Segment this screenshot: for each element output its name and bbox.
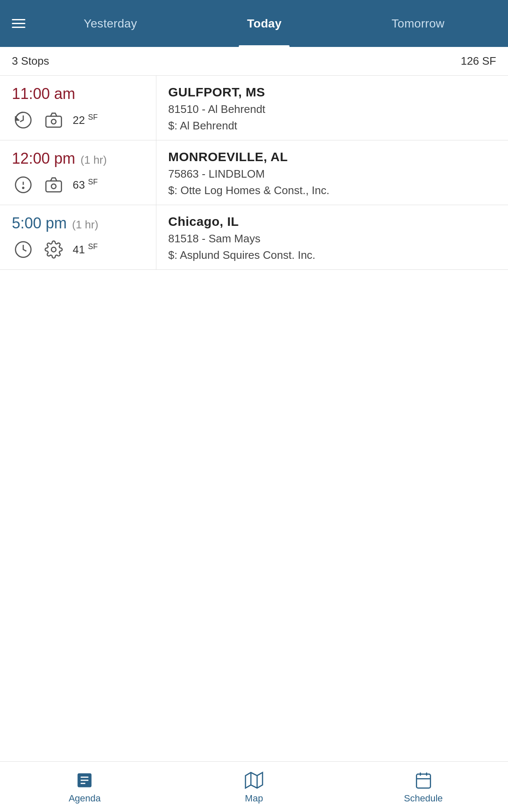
stop-order-3: 81518 - Sam Mays: [168, 232, 498, 245]
svg-point-9: [52, 247, 56, 252]
stop-sf-3: 41 SF: [73, 243, 98, 257]
stop-city-1: GULFPORT, MS: [168, 85, 498, 99]
stops-list: 11:00 am: [0, 76, 508, 516]
bottom-nav-schedule[interactable]: Schedule: [339, 770, 508, 804]
camera-icon-1: [42, 109, 65, 132]
stop-left-2: 12:00 pm (1 hr): [0, 140, 156, 205]
stop-time-2: 12:00 pm (1 hr): [12, 150, 147, 167]
svg-rect-17: [416, 774, 430, 788]
header: Yesterday Today Tomorrow: [0, 0, 508, 47]
clock-history-icon: [12, 109, 35, 132]
bottom-nav-map[interactable]: Map: [169, 770, 339, 804]
nav-tab-yesterday[interactable]: Yesterday: [71, 0, 150, 47]
stops-count: 3 Stops: [12, 55, 49, 68]
stop-card-1[interactable]: 11:00 am: [0, 76, 508, 140]
stop-billing-3: $: Asplund Squires Const. Inc.: [168, 249, 498, 262]
agenda-icon: [74, 770, 95, 790]
stop-card-3[interactable]: 5:00 pm (1 hr) 41 SF: [0, 205, 508, 270]
stop-sf-1: 22 SF: [73, 113, 98, 127]
summary-bar: 3 Stops 126 SF: [0, 47, 508, 76]
stop-right-1: GULFPORT, MS 81510 - Al Behrendt $: Al B…: [156, 76, 508, 140]
stop-time-3: 5:00 pm (1 hr): [12, 214, 147, 232]
svg-marker-14: [246, 772, 262, 788]
stop-icons-3: 41 SF: [12, 238, 147, 261]
day-nav: Yesterday Today Tomorrow: [29, 0, 500, 47]
bottom-nav: Agenda Map Schedule: [0, 761, 508, 812]
svg-point-5: [23, 187, 24, 189]
total-sf: 126 SF: [461, 55, 496, 68]
map-icon: [244, 770, 264, 790]
stop-icons-2: 63 SF: [12, 173, 147, 196]
stop-left-3: 5:00 pm (1 hr) 41 SF: [0, 205, 156, 269]
nav-tab-tomorrow[interactable]: Tomorrow: [379, 0, 457, 47]
settings-icon: [42, 238, 65, 261]
stop-sf-2: 63 SF: [73, 178, 98, 192]
svg-rect-1: [46, 116, 62, 127]
bottom-nav-agenda[interactable]: Agenda: [0, 770, 169, 804]
stop-order-1: 81510 - Al Behrendt: [168, 103, 498, 116]
stop-icons-1: 22 SF: [12, 109, 147, 132]
svg-point-7: [52, 184, 56, 189]
stop-order-2: 75863 - LINDBLOM: [168, 167, 498, 181]
stop-right-2: MONROEVILLE, AL 75863 - LINDBLOM $: Otte…: [156, 140, 508, 205]
svg-rect-6: [46, 181, 62, 192]
stop-right-3: Chicago, IL 81518 - Sam Mays $: Asplund …: [156, 205, 508, 269]
stop-billing-1: $: Al Behrendt: [168, 119, 498, 132]
stop-card-2[interactable]: 12:00 pm (1 hr): [0, 140, 508, 205]
schedule-icon: [413, 770, 434, 790]
nav-tab-today[interactable]: Today: [234, 0, 294, 47]
clock-icon: [12, 238, 35, 261]
stop-billing-2: $: Otte Log Homes & Const., Inc.: [168, 184, 498, 197]
stop-left-1: 11:00 am: [0, 76, 156, 140]
menu-icon[interactable]: [8, 16, 29, 31]
stop-time-1: 11:00 am: [12, 85, 147, 103]
camera-icon-2: [42, 173, 65, 196]
svg-point-2: [52, 119, 56, 124]
stop-city-3: Chicago, IL: [168, 214, 498, 229]
alert-circle-icon: [12, 173, 35, 196]
stop-city-2: MONROEVILLE, AL: [168, 150, 498, 164]
